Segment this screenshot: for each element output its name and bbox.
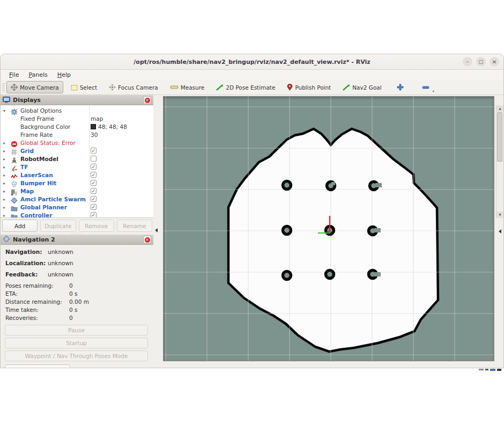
poses-remaining-label: Poses remaining:	[5, 282, 54, 289]
expand-closed-icon[interactable]: ▸	[3, 157, 5, 162]
map-checkbox[interactable]: ✓	[91, 188, 97, 194]
add-button[interactable]: Add	[2, 220, 38, 232]
bumper-hit-checkbox[interactable]: ✓	[91, 180, 97, 186]
grid-checkbox[interactable]: ✓	[91, 148, 97, 154]
left-splitter-arrow-icon[interactable]	[155, 228, 158, 232]
background-color-value[interactable]: 48; 48; 48	[91, 123, 127, 130]
right-splitter-arrow-icon[interactable]	[499, 229, 501, 234]
menu-help[interactable]: Help	[53, 71, 75, 79]
tool-2d-pose-estimate[interactable]: 2D Pose Estimate	[212, 82, 279, 93]
duplicate-button[interactable]: Duplicate	[40, 220, 76, 232]
map-outline	[228, 129, 438, 352]
titlebar[interactable]: /opt/ros/humble/share/nav2_bringup/rviz/…	[1, 54, 503, 70]
tool-measure[interactable]: Measure	[166, 82, 209, 93]
error-icon	[11, 140, 18, 147]
expand-closed-icon[interactable]: ▸	[3, 205, 5, 210]
scroll-up-icon[interactable]: ▲	[496, 105, 503, 112]
tool-move-camera[interactable]: Move Camera	[6, 81, 63, 93]
tree-row-fixed-frame[interactable]: Fixed Frame map	[1, 115, 142, 123]
nav2-close-button[interactable]: ✕	[143, 236, 151, 244]
waypoint-mode-button[interactable]: Waypoint / Nav Through Poses Mode	[5, 351, 148, 361]
tf-checkbox[interactable]: ✓	[91, 164, 97, 170]
tree-row-bumper-hit[interactable]: ▸ Bumper Hit ✓	[1, 179, 142, 187]
tool-select[interactable]: Select	[66, 82, 101, 93]
tree-row-grid[interactable]: ▸ Grid ✓	[1, 147, 142, 155]
expand-closed-icon[interactable]: ▸	[3, 197, 5, 202]
color-swatch	[91, 124, 96, 129]
tree-row-global-options[interactable]: ▾ Global Options	[1, 107, 142, 115]
tree-row-global-planner[interactable]: ▸ Global Planner ✓	[1, 203, 142, 212]
minus-icon	[422, 86, 429, 89]
scroll-down-icon[interactable]: ▼	[496, 212, 503, 218]
global-planner-checkbox[interactable]: ✓	[91, 204, 97, 210]
move-camera-icon	[11, 84, 18, 91]
toolbar: Move Camera Select Focus Camera Measure	[1, 80, 503, 95]
displays-icon	[3, 95, 10, 105]
grid-display-icon	[11, 148, 18, 155]
tree-row-frame-rate[interactable]: Frame Rate 30	[1, 131, 142, 139]
remove-button[interactable]: Remove	[79, 220, 114, 232]
menubar: File Panels Help	[1, 70, 503, 80]
rename-button[interactable]: Rename	[117, 220, 152, 232]
expand-closed-icon[interactable]: ▸	[3, 181, 5, 186]
rviz-window: /opt/ros/humble/share/nav2_bringup/rviz/…	[0, 54, 504, 368]
frame-rate-value[interactable]: 30	[91, 132, 98, 138]
expand-open-icon[interactable]: ▾	[3, 108, 5, 113]
map-icon	[11, 188, 18, 195]
publish-point-icon	[287, 84, 293, 91]
select-icon	[71, 84, 78, 91]
amcl-checkbox[interactable]: ✓	[91, 196, 97, 202]
robotmodel-checkbox[interactable]	[91, 156, 97, 162]
tree-row-robotmodel[interactable]: ▸ RobotModel	[1, 155, 142, 163]
nav2-panel-header[interactable]: Navigation 2 ✕	[1, 235, 153, 245]
tree-row-laserscan[interactable]: ▸ LaserScan ✓	[1, 171, 142, 179]
tool-publish-point[interactable]: Publish Point	[283, 81, 335, 93]
expand-closed-icon[interactable]: ▸	[3, 149, 5, 154]
tree-row-tf[interactable]: ▸ TF ✓	[1, 163, 142, 171]
remove-tool-button[interactable]: ▾	[418, 83, 434, 92]
expand-closed-icon[interactable]: ▸	[3, 173, 5, 178]
feedback-status-value: unknown	[48, 271, 73, 278]
expand-closed-icon[interactable]: ▸	[3, 141, 5, 145]
close-button[interactable]: ✕	[490, 57, 499, 67]
minimize-button[interactable]: –	[463, 57, 472, 67]
tree-row-map[interactable]: ▸ Map ✓	[1, 187, 142, 195]
menu-panels[interactable]: Panels	[24, 71, 51, 79]
tree-row-controller[interactable]: ▸ Controller ✓	[1, 212, 142, 218]
displays-panel-header[interactable]: Displays ✕	[1, 95, 153, 105]
displays-scrollbar[interactable]: ▲ ▼	[496, 105, 503, 218]
tree-row-background-color[interactable]: Background Color 48; 48; 48	[1, 123, 142, 131]
scrollbar-thumb[interactable]	[497, 112, 502, 162]
laserscan-checkbox[interactable]: ✓	[91, 172, 97, 178]
startup-button[interactable]: Startup	[5, 338, 148, 348]
localization-status-label: Localization:	[5, 260, 46, 266]
tool-nav2-goal[interactable]: Nav2 Goal	[338, 82, 386, 93]
tree-row-amcl-particle-swarm[interactable]: ▸ Amcl Particle Swarm ✓	[1, 195, 142, 203]
pose-estimate-icon	[216, 84, 224, 91]
displays-tree[interactable]: ▾ Global Options Fixed Frame map Backgro…	[1, 105, 153, 218]
maximize-button[interactable]: □	[476, 57, 486, 67]
nav2-diamond-icon	[3, 235, 10, 245]
distance-remaining-label: Distance remaining:	[5, 298, 62, 305]
fixed-frame-value[interactable]: map	[91, 115, 103, 122]
time-taken-value: 0 s	[69, 307, 78, 313]
robot-icon	[11, 156, 18, 163]
time-taken-label: Time taken:	[5, 307, 39, 313]
expand-closed-icon[interactable]: ▸	[3, 213, 5, 218]
pause-button[interactable]: Pause	[5, 325, 148, 336]
plus-icon	[397, 84, 404, 91]
menu-file[interactable]: File	[5, 71, 23, 79]
add-tool-button[interactable]	[392, 81, 408, 93]
expand-closed-icon[interactable]: ▸	[3, 165, 5, 170]
laserscan-icon	[11, 172, 18, 179]
eta-label: ETA:	[5, 290, 18, 297]
expand-closed-icon[interactable]: ▸	[3, 189, 5, 194]
render-viewport[interactable]	[163, 96, 494, 361]
clipped-bottom-button[interactable]	[5, 364, 70, 368]
poses-remaining-value: 0	[69, 282, 73, 289]
tool-focus-camera[interactable]: Focus Camera	[105, 81, 162, 93]
controller-checkbox[interactable]: ✓	[91, 212, 97, 218]
tree-row-global-status[interactable]: ▸ Global Status: Error	[1, 139, 142, 147]
displays-close-button[interactable]: ✕	[143, 96, 151, 104]
toolbar-grip[interactable]	[2, 83, 5, 92]
